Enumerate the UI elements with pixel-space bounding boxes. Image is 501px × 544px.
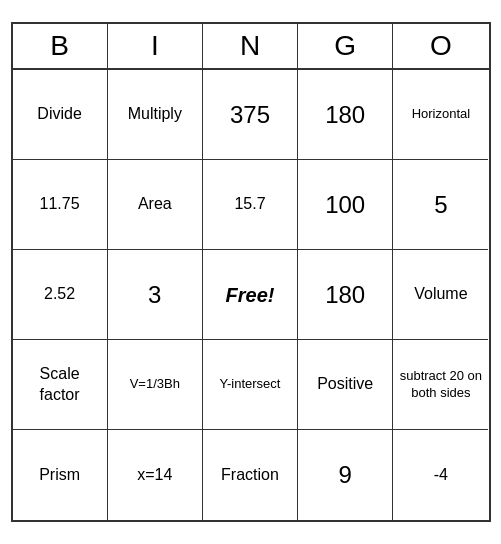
- bingo-cell: Free!: [203, 250, 298, 340]
- bingo-cell: Divide: [13, 70, 108, 160]
- bingo-cell: subtract 20 on both sides: [393, 340, 488, 430]
- bingo-cell: V=1/3Bh: [108, 340, 203, 430]
- bingo-cell: Horizontal: [393, 70, 488, 160]
- bingo-cell: 100: [298, 160, 393, 250]
- bingo-cell: Prism: [13, 430, 108, 520]
- bingo-cell: Area: [108, 160, 203, 250]
- bingo-card: BINGO DivideMultiply375180Horizontal11.7…: [11, 22, 491, 522]
- bingo-grid: DivideMultiply375180Horizontal11.75Area1…: [13, 70, 489, 520]
- bingo-cell: x=14: [108, 430, 203, 520]
- bingo-cell: 180: [298, 250, 393, 340]
- bingo-cell: 11.75: [13, 160, 108, 250]
- header-letter: N: [203, 24, 298, 68]
- bingo-header: BINGO: [13, 24, 489, 70]
- bingo-cell: Volume: [393, 250, 488, 340]
- bingo-cell: 5: [393, 160, 488, 250]
- header-letter: O: [393, 24, 488, 68]
- bingo-cell: 375: [203, 70, 298, 160]
- bingo-cell: 3: [108, 250, 203, 340]
- bingo-cell: Positive: [298, 340, 393, 430]
- bingo-cell: Y-intersect: [203, 340, 298, 430]
- bingo-cell: Multiply: [108, 70, 203, 160]
- bingo-cell: Scale factor: [13, 340, 108, 430]
- header-letter: G: [298, 24, 393, 68]
- bingo-cell: 15.7: [203, 160, 298, 250]
- header-letter: B: [13, 24, 108, 68]
- bingo-cell: 180: [298, 70, 393, 160]
- bingo-cell: 2.52: [13, 250, 108, 340]
- header-letter: I: [108, 24, 203, 68]
- bingo-cell: 9: [298, 430, 393, 520]
- bingo-cell: -4: [393, 430, 488, 520]
- bingo-cell: Fraction: [203, 430, 298, 520]
